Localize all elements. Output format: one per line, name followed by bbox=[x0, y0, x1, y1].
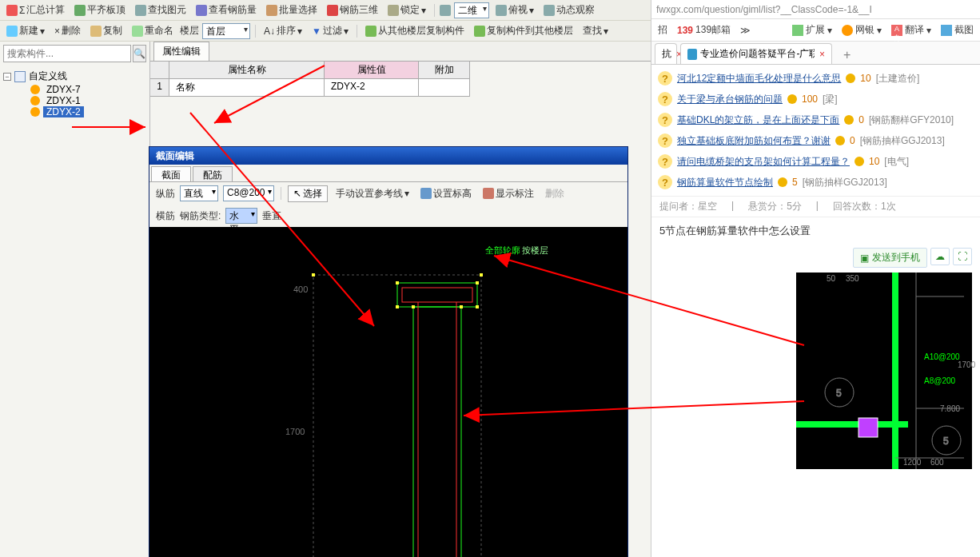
qa-item[interactable]: ?关于梁与承台钢筋的问题100[梁] bbox=[651, 89, 980, 109]
collapse-icon[interactable]: − bbox=[3, 73, 11, 81]
svg-text:5: 5 bbox=[836, 388, 842, 399]
lock-btn[interactable]: 锁定 ▾ bbox=[384, 2, 429, 18]
tree-item-zdyx7[interactable]: ZDYX-7 bbox=[2, 84, 148, 95]
svg-rect-12 bbox=[396, 281, 399, 284]
phone-icon: ▣ bbox=[860, 253, 869, 264]
find-elem-btn[interactable]: 查找图元 bbox=[132, 2, 189, 18]
svg-rect-13 bbox=[476, 281, 479, 284]
rebar3d-btn[interactable]: 钢筋三维 bbox=[324, 2, 381, 18]
rebar-qty-btn[interactable]: 查看钢筋量 bbox=[193, 2, 260, 18]
question-icon: ? bbox=[658, 175, 672, 189]
question-title: 5节点在钢筋算量软件中怎么设置 bbox=[651, 217, 980, 245]
new-btn[interactable]: 新建 ▾ bbox=[3, 23, 48, 38]
ctrl-row-2: 横筋 钢筋类型: 水平 垂直 bbox=[149, 205, 627, 227]
qa-item[interactable]: ?钢筋算量软件节点绘制5[钢筋抽样GGJ2013] bbox=[651, 172, 980, 193]
side-view-btn[interactable]: 俯视 ▾ bbox=[492, 2, 537, 18]
prop-value-cell[interactable]: ZDYX-2 bbox=[325, 79, 419, 97]
item-icon bbox=[30, 85, 40, 94]
view-ico1[interactable] bbox=[440, 5, 451, 16]
close-icon[interactable]: × bbox=[819, 49, 825, 60]
chevron-more[interactable]: ≫ bbox=[740, 25, 751, 36]
ext-btn[interactable]: 扩展 ▾ bbox=[792, 23, 832, 37]
floor-dropdown[interactable]: 首层 bbox=[202, 23, 250, 39]
expand-icon: ⛶ bbox=[958, 251, 967, 262]
ctrl-row-1: 纵筋 直线 C8@200 ↖选择 手动设置参考线 ▾ 设置标高 显示标注 删除 bbox=[149, 182, 627, 205]
copyto-btn[interactable]: 复制构件到其他楼层 bbox=[471, 23, 576, 38]
coin-icon bbox=[844, 115, 854, 125]
prop-name-cell[interactable]: 名称 bbox=[169, 79, 325, 97]
qa-item[interactable]: ?河北12定额中墙面毛化处理是什么意思10[土建造价] bbox=[651, 68, 980, 89]
tab-rebar[interactable]: 配筋 bbox=[193, 166, 233, 181]
select-btn[interactable]: ↖选择 bbox=[288, 185, 328, 202]
qa-item[interactable]: ?基础DKL的架立筋，是在上面还是下面0[钢筋翻样GFY2010] bbox=[651, 109, 980, 130]
copyfrom-btn[interactable]: 从其他楼层复制构件 bbox=[362, 23, 468, 38]
dim-1700: 1700 bbox=[285, 427, 305, 436]
prop-extra-cell[interactable] bbox=[419, 79, 470, 97]
tree-search-input[interactable] bbox=[3, 45, 131, 62]
qa-link[interactable]: 关于梁与承台钢筋的问题 bbox=[677, 93, 783, 106]
ref-dim: 600 bbox=[930, 458, 944, 467]
browser-tab-2[interactable]: 专业造价问题答疑平台-广联达× bbox=[680, 43, 832, 64]
qa-link[interactable]: 独立基础板底附加筋如何布置？谢谢 bbox=[677, 134, 831, 148]
fullscreen-btn[interactable]: ⛶ bbox=[953, 248, 972, 265]
tab-section[interactable]: 截面 bbox=[151, 166, 191, 181]
flatten-btn[interactable]: 平齐板顶 bbox=[71, 2, 129, 18]
tree-search-button[interactable]: 🔍 bbox=[133, 45, 146, 62]
batch-sel-btn[interactable]: 批量选择 bbox=[263, 2, 321, 18]
screenshot-btn[interactable]: 截图 bbox=[941, 23, 974, 37]
dyn-obs-btn[interactable]: 动态观察 bbox=[540, 2, 598, 18]
new-tab-btn[interactable]: + bbox=[835, 46, 858, 64]
qa-link[interactable]: 请问电缆桥架的支吊架如何计算工程量？ bbox=[677, 155, 850, 169]
tree-item-zdyx1[interactable]: ZDYX-1 bbox=[2, 95, 148, 106]
tree-item-zdyx2[interactable]: ZDYX-2 bbox=[2, 106, 148, 117]
prop-tab[interactable]: 属性编辑 bbox=[153, 42, 209, 61]
svg-text:5: 5 bbox=[943, 436, 949, 447]
item-icon bbox=[30, 96, 40, 105]
rebar-type-dropdown[interactable]: 水平 bbox=[225, 208, 257, 224]
tree-panel: 🔍 − 自定义线 ZDYX-7 ZDYX-1 ZDYX-2 bbox=[0, 42, 150, 557]
mail-link[interactable]: 139139邮箱 bbox=[677, 23, 731, 37]
translate-btn[interactable]: Aあ翻译 ▾ bbox=[891, 23, 931, 37]
sort-btn[interactable]: A↓ 排序 ▾ bbox=[261, 23, 305, 38]
delete-btn[interactable]: × 删除 bbox=[51, 23, 84, 38]
tab-favorite[interactable]: 招 bbox=[658, 23, 667, 37]
item-icon bbox=[30, 107, 40, 117]
tree-root[interactable]: − 自定义线 bbox=[2, 69, 148, 84]
search-btn[interactable]: 查找 ▾ bbox=[580, 23, 612, 38]
browser-tab-1[interactable]: 抗× bbox=[655, 43, 677, 64]
set-elev-btn[interactable]: 设置标高 bbox=[417, 186, 475, 201]
prop-head-value: 属性值 bbox=[325, 62, 419, 79]
qa-item[interactable]: ?请问电缆桥架的支吊架如何计算工程量？10[电气] bbox=[651, 151, 980, 172]
asker: 提问者：星空 bbox=[659, 200, 717, 213]
reference-image[interactable]: 5 5 50 350 A10@200 A8@200 1700 7.800 120… bbox=[796, 273, 972, 469]
bank-btn[interactable]: 网银 ▾ bbox=[842, 23, 882, 37]
coin-icon bbox=[846, 74, 855, 83]
line-type-dropdown[interactable]: 直线 bbox=[180, 185, 218, 201]
hbar-label: 横筋 bbox=[156, 209, 175, 223]
rebar-spec-dropdown[interactable]: C8@200 bbox=[223, 185, 274, 201]
property-grid: 属性名称 属性值 附加 1 名称 ZDYX-2 bbox=[150, 61, 651, 97]
vbar-label: 纵筋 bbox=[156, 187, 175, 201]
filter-btn[interactable]: ▼ 过滤 ▾ bbox=[309, 23, 352, 38]
qa-item[interactable]: ?独立基础板底附加筋如何布置？谢谢0[钢筋抽样GGJ2013] bbox=[651, 130, 980, 151]
qa-link[interactable]: 基础DKL的架立筋，是在上面还是下面 bbox=[677, 113, 839, 127]
manual-ref-btn[interactable]: 手动设置参考线 ▾ bbox=[333, 186, 412, 201]
section-editor-dialog: 截面编辑 截面 配筋 纵筋 直线 C8@200 ↖选择 手动设置参考线 ▾ 设置… bbox=[149, 146, 628, 557]
rename-btn[interactable]: 重命名 bbox=[129, 23, 177, 38]
question-icon: ? bbox=[658, 113, 672, 127]
section-canvas[interactable]: 全部轮廓 按楼层 400 1700 100 bbox=[149, 227, 627, 557]
svg-rect-1 bbox=[397, 283, 477, 307]
sum-calc-btn[interactable]: Σ 汇总计算 bbox=[3, 2, 68, 18]
delete-ref-btn[interactable]: 删除 bbox=[542, 186, 568, 201]
copy-btn[interactable]: 复制 bbox=[87, 23, 125, 38]
send-phone-btn[interactable]: ▣发送到手机 bbox=[853, 248, 927, 268]
show-dim-btn[interactable]: 显示标注 bbox=[480, 186, 537, 201]
dim-dropdown[interactable]: 二维 bbox=[454, 2, 489, 18]
ref-spec: A8@200 bbox=[924, 376, 955, 385]
qa-link[interactable]: 河北12定额中墙面毛化处理是什么意思 bbox=[677, 72, 841, 86]
dialog-titlebar[interactable]: 截面编辑 bbox=[149, 147, 627, 165]
address-bar[interactable]: fwxgx.com/question/giml/list?__ClassCode… bbox=[651, 0, 980, 19]
qa-link[interactable]: 钢筋算量软件节点绘制 bbox=[677, 176, 773, 189]
cloud-btn[interactable]: ☁ bbox=[930, 248, 950, 265]
cad-legend-2: 按楼层 bbox=[522, 245, 548, 257]
